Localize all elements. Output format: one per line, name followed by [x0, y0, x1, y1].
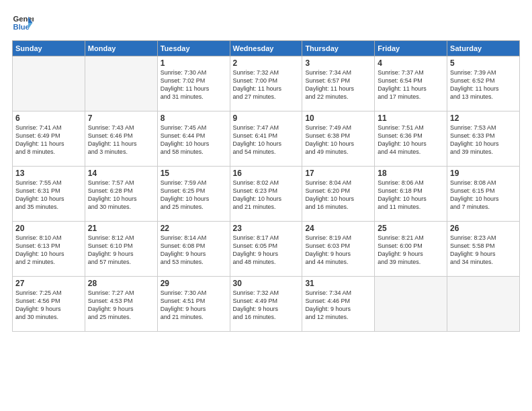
- day-info: Sunrise: 8:12 AM Sunset: 6:10 PM Dayligh…: [88, 234, 154, 267]
- calendar-cell: 17Sunrise: 8:04 AM Sunset: 6:20 PM Dayli…: [302, 167, 375, 222]
- day-info: Sunrise: 7:30 AM Sunset: 7:02 PM Dayligh…: [161, 68, 227, 101]
- day-number: 19: [450, 169, 517, 178]
- day-number: 31: [305, 279, 371, 288]
- day-info: Sunrise: 7:41 AM Sunset: 6:49 PM Dayligh…: [15, 124, 82, 156]
- calendar-cell: 23Sunrise: 8:17 AM Sunset: 6:05 PM Dayli…: [230, 222, 302, 277]
- weekday-header-monday: Monday: [85, 41, 157, 56]
- day-info: Sunrise: 8:04 AM Sunset: 6:20 PM Dayligh…: [305, 179, 371, 212]
- day-number: 18: [378, 169, 444, 178]
- day-info: Sunrise: 7:57 AM Sunset: 6:28 PM Dayligh…: [88, 179, 154, 212]
- calendar-cell: 11Sunrise: 7:51 AM Sunset: 6:36 PM Dayli…: [375, 111, 447, 167]
- day-info: Sunrise: 7:45 AM Sunset: 6:44 PM Dayligh…: [161, 124, 227, 156]
- day-info: Sunrise: 8:06 AM Sunset: 6:18 PM Dayligh…: [378, 179, 444, 212]
- calendar-cell: 21Sunrise: 8:12 AM Sunset: 6:10 PM Dayli…: [85, 222, 157, 277]
- day-info: Sunrise: 7:43 AM Sunset: 6:46 PM Dayligh…: [88, 124, 154, 156]
- day-number: 4: [378, 58, 444, 68]
- day-info: Sunrise: 8:02 AM Sunset: 6:23 PM Dayligh…: [233, 179, 300, 212]
- calendar-cell: 27Sunrise: 7:25 AM Sunset: 4:56 PM Dayli…: [13, 277, 85, 332]
- day-number: 7: [88, 113, 154, 123]
- day-number: 16: [233, 169, 300, 178]
- day-info: Sunrise: 8:08 AM Sunset: 6:15 PM Dayligh…: [450, 179, 517, 212]
- day-number: 17: [305, 169, 371, 178]
- calendar: SundayMondayTuesdayWednesdayThursdayFrid…: [12, 40, 520, 332]
- day-info: Sunrise: 7:39 AM Sunset: 6:52 PM Dayligh…: [450, 68, 517, 101]
- day-number: 12: [450, 113, 517, 123]
- calendar-cell: 28Sunrise: 7:27 AM Sunset: 4:53 PM Dayli…: [85, 277, 157, 332]
- calendar-cell: 24Sunrise: 8:19 AM Sunset: 6:03 PM Dayli…: [302, 222, 375, 277]
- calendar-cell: 19Sunrise: 8:08 AM Sunset: 6:15 PM Dayli…: [447, 167, 520, 222]
- day-number: 13: [15, 169, 82, 178]
- day-number: 30: [233, 279, 300, 288]
- day-info: Sunrise: 7:59 AM Sunset: 6:25 PM Dayligh…: [161, 179, 227, 212]
- day-number: 21: [88, 224, 154, 233]
- calendar-cell: 3Sunrise: 7:34 AM Sunset: 6:57 PM Daylig…: [302, 56, 375, 111]
- day-number: 25: [378, 224, 444, 233]
- weekday-header-tuesday: Tuesday: [157, 41, 230, 56]
- day-info: Sunrise: 7:47 AM Sunset: 6:41 PM Dayligh…: [233, 124, 300, 156]
- calendar-cell: 20Sunrise: 8:10 AM Sunset: 6:13 PM Dayli…: [13, 222, 85, 277]
- header: General Blue: [12, 12, 520, 34]
- calendar-cell: 4Sunrise: 7:37 AM Sunset: 6:54 PM Daylig…: [375, 56, 447, 111]
- day-number: 9: [233, 113, 300, 123]
- day-number: 28: [88, 279, 154, 288]
- day-number: 1: [161, 58, 227, 68]
- week-row-2: 6Sunrise: 7:41 AM Sunset: 6:49 PM Daylig…: [13, 111, 520, 167]
- calendar-cell: [13, 56, 85, 111]
- day-info: Sunrise: 7:34 AM Sunset: 4:46 PM Dayligh…: [305, 289, 371, 322]
- svg-marker-3: [28, 23, 32, 30]
- calendar-cell: 29Sunrise: 7:30 AM Sunset: 4:51 PM Dayli…: [157, 277, 230, 332]
- calendar-cell: 22Sunrise: 8:14 AM Sunset: 6:08 PM Dayli…: [157, 222, 230, 277]
- day-number: 8: [161, 113, 227, 123]
- week-row-1: 1Sunrise: 7:30 AM Sunset: 7:02 PM Daylig…: [13, 56, 520, 111]
- day-info: Sunrise: 7:30 AM Sunset: 4:51 PM Dayligh…: [161, 289, 227, 322]
- day-number: 11: [378, 113, 444, 123]
- day-number: 6: [15, 113, 82, 123]
- day-number: 14: [88, 169, 154, 178]
- calendar-cell: 25Sunrise: 8:21 AM Sunset: 6:00 PM Dayli…: [375, 222, 447, 277]
- calendar-cell: [447, 277, 520, 332]
- day-info: Sunrise: 8:10 AM Sunset: 6:13 PM Dayligh…: [15, 234, 82, 267]
- weekday-header-sunday: Sunday: [13, 41, 85, 56]
- calendar-cell: 26Sunrise: 8:23 AM Sunset: 5:58 PM Dayli…: [447, 222, 520, 277]
- calendar-cell: 2Sunrise: 7:32 AM Sunset: 7:00 PM Daylig…: [230, 56, 302, 111]
- weekday-header-friday: Friday: [375, 41, 447, 56]
- page: General Blue SundayMondayTuesdayWednesda…: [0, 0, 532, 411]
- day-info: Sunrise: 7:51 AM Sunset: 6:36 PM Dayligh…: [378, 124, 444, 156]
- week-row-3: 13Sunrise: 7:55 AM Sunset: 6:31 PM Dayli…: [13, 167, 520, 222]
- day-number: 15: [161, 169, 227, 178]
- day-number: 22: [161, 224, 227, 233]
- day-number: 10: [305, 113, 371, 123]
- day-number: 29: [161, 279, 227, 288]
- weekday-header-saturday: Saturday: [447, 41, 520, 56]
- day-number: 24: [305, 224, 371, 233]
- calendar-cell: 13Sunrise: 7:55 AM Sunset: 6:31 PM Dayli…: [13, 167, 85, 222]
- calendar-cell: 30Sunrise: 7:32 AM Sunset: 4:49 PM Dayli…: [230, 277, 302, 332]
- day-info: Sunrise: 8:14 AM Sunset: 6:08 PM Dayligh…: [161, 234, 227, 267]
- day-info: Sunrise: 7:32 AM Sunset: 7:00 PM Dayligh…: [233, 68, 300, 101]
- calendar-cell: 31Sunrise: 7:34 AM Sunset: 4:46 PM Dayli…: [302, 277, 375, 332]
- calendar-cell: 8Sunrise: 7:45 AM Sunset: 6:44 PM Daylig…: [157, 111, 230, 167]
- calendar-cell: 14Sunrise: 7:57 AM Sunset: 6:28 PM Dayli…: [85, 167, 157, 222]
- calendar-cell: 9Sunrise: 7:47 AM Sunset: 6:41 PM Daylig…: [230, 111, 302, 167]
- week-row-5: 27Sunrise: 7:25 AM Sunset: 4:56 PM Dayli…: [13, 277, 520, 332]
- day-number: 20: [15, 224, 82, 233]
- svg-text:Blue: Blue: [13, 23, 30, 31]
- weekday-header-thursday: Thursday: [302, 41, 375, 56]
- day-info: Sunrise: 7:37 AM Sunset: 6:54 PM Dayligh…: [378, 68, 444, 101]
- day-number: 5: [450, 58, 517, 68]
- calendar-cell: 15Sunrise: 7:59 AM Sunset: 6:25 PM Dayli…: [157, 167, 230, 222]
- day-info: Sunrise: 7:55 AM Sunset: 6:31 PM Dayligh…: [15, 179, 82, 212]
- calendar-cell: 10Sunrise: 7:49 AM Sunset: 6:38 PM Dayli…: [302, 111, 375, 167]
- day-info: Sunrise: 8:19 AM Sunset: 6:03 PM Dayligh…: [305, 234, 371, 267]
- day-info: Sunrise: 7:53 AM Sunset: 6:33 PM Dayligh…: [450, 124, 517, 156]
- day-info: Sunrise: 8:21 AM Sunset: 6:00 PM Dayligh…: [378, 234, 444, 267]
- day-info: Sunrise: 7:32 AM Sunset: 4:49 PM Dayligh…: [233, 289, 300, 322]
- calendar-cell: 18Sunrise: 8:06 AM Sunset: 6:18 PM Dayli…: [375, 167, 447, 222]
- calendar-cell: 1Sunrise: 7:30 AM Sunset: 7:02 PM Daylig…: [157, 56, 230, 111]
- weekday-header-row: SundayMondayTuesdayWednesdayThursdayFrid…: [13, 41, 520, 56]
- logo-icon: General Blue: [12, 12, 34, 34]
- day-number: 23: [233, 224, 300, 233]
- calendar-cell: 16Sunrise: 8:02 AM Sunset: 6:23 PM Dayli…: [230, 167, 302, 222]
- calendar-cell: 7Sunrise: 7:43 AM Sunset: 6:46 PM Daylig…: [85, 111, 157, 167]
- calendar-cell: 12Sunrise: 7:53 AM Sunset: 6:33 PM Dayli…: [447, 111, 520, 167]
